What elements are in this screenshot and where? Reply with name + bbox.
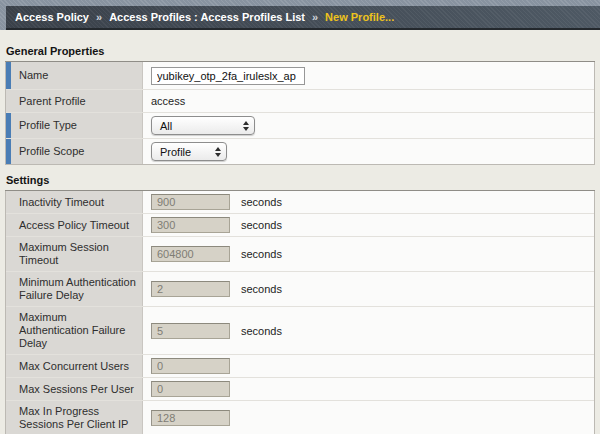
parent-profile-value-cell: access (143, 90, 594, 112)
inactivity-timeout-input (151, 194, 230, 210)
profile-type-select[interactable]: All (151, 116, 255, 135)
minimum-authentication-failure-delay-label: Minimum Authentication Failure Delay (19, 276, 136, 302)
breadcrumb: Access Policy » Access Profiles : Access… (6, 6, 600, 30)
max-in-progress-sessions-per-client-ip-label-cell: Max In Progress Sessions Per Client IP (6, 401, 143, 434)
profile-scope-select[interactable]: Profile (151, 142, 227, 161)
profile-scope-row: Profile ScopeProfile (6, 139, 594, 164)
maximum-session-timeout-value-cell: seconds (143, 237, 594, 271)
profile-scope-value-cell: Profile (143, 139, 594, 164)
profile-type-selected-value: All (160, 120, 172, 132)
max-sessions-per-user-label-cell: Max Sessions Per User (6, 378, 143, 400)
name-label-cell: Name (6, 62, 143, 89)
minimum-authentication-failure-delay-input (151, 281, 230, 297)
max-concurrent-users-label: Max Concurrent Users (19, 360, 129, 373)
profile-type-row: Profile TypeAll (6, 113, 594, 139)
max-in-progress-sessions-per-client-ip-input (151, 410, 230, 426)
inactivity-timeout-label: Inactivity Timeout (19, 196, 104, 209)
profile-scope-selected-value: Profile (160, 146, 191, 158)
access-policy-timeout-row: Access Policy Timeoutseconds (6, 214, 594, 237)
required-accent-bar (6, 139, 11, 164)
maximum-authentication-failure-delay-unit-label: seconds (241, 325, 282, 337)
breadcrumb-item-access-policy[interactable]: Access Policy (15, 11, 89, 23)
access-policy-timeout-unit-label: seconds (241, 219, 282, 231)
parent-profile-row: Parent Profileaccess (6, 90, 594, 113)
section-general-properties: General PropertiesNameParent Profileacce… (5, 45, 595, 165)
form-content: General PropertiesNameParent Profileacce… (0, 45, 600, 434)
section-settings: SettingsInactivity TimeoutsecondsAccess … (5, 174, 595, 434)
required-accent-bar (6, 113, 11, 138)
header-bar: Access Policy » Access Profiles : Access… (0, 0, 600, 30)
max-in-progress-sessions-per-client-ip-row: Max In Progress Sessions Per Client IP (6, 401, 594, 434)
inactivity-timeout-row: Inactivity Timeoutseconds (6, 191, 594, 214)
profile-scope-label: Profile Scope (19, 145, 84, 158)
max-concurrent-users-input (151, 358, 230, 374)
max-concurrent-users-label-cell: Max Concurrent Users (6, 355, 143, 377)
inactivity-timeout-value-cell: seconds (143, 191, 594, 213)
minimum-authentication-failure-delay-row: Minimum Authentication Failure Delayseco… (6, 272, 594, 307)
settings-table: NameParent ProfileaccessProfile TypeAllP… (5, 62, 595, 165)
breadcrumb-item-new-profile: New Profile... (325, 11, 394, 23)
access-policy-timeout-value-cell: seconds (143, 214, 594, 236)
maximum-session-timeout-label-cell: Maximum Session Timeout (6, 237, 143, 271)
maximum-session-timeout-row: Maximum Session Timeoutseconds (6, 237, 594, 272)
max-concurrent-users-row: Max Concurrent Users (6, 355, 594, 378)
maximum-authentication-failure-delay-label-cell: Maximum Authentication Failure Delay (6, 307, 143, 354)
section-title: General Properties (5, 45, 595, 62)
required-accent-bar (6, 62, 11, 89)
max-sessions-per-user-label: Max Sessions Per User (19, 383, 134, 396)
settings-table: Inactivity TimeoutsecondsAccess Policy T… (5, 191, 595, 434)
maximum-session-timeout-label: Maximum Session Timeout (19, 241, 136, 267)
breadcrumb-item-access-profiles-list[interactable]: Access Profiles : Access Profiles List (109, 11, 305, 23)
inactivity-timeout-label-cell: Inactivity Timeout (6, 191, 143, 213)
maximum-session-timeout-unit-label: seconds (241, 248, 282, 260)
maximum-session-timeout-input (151, 246, 230, 262)
parent-profile-label-cell: Parent Profile (6, 90, 143, 112)
name-input[interactable] (151, 67, 305, 85)
select-stepper-arrows-icon (215, 147, 221, 157)
breadcrumb-separator-icon: » (312, 11, 318, 23)
max-sessions-per-user-input (151, 381, 230, 397)
max-in-progress-sessions-per-client-ip-value-cell (143, 401, 594, 434)
select-stepper-arrows-icon (243, 121, 249, 131)
profile-type-value-cell: All (143, 113, 594, 138)
breadcrumb-separator-icon: » (96, 11, 102, 23)
profile-scope-label-cell: Profile Scope (6, 139, 143, 164)
max-concurrent-users-value-cell (143, 355, 594, 377)
maximum-authentication-failure-delay-input (151, 323, 230, 339)
section-title: Settings (5, 174, 595, 191)
name-value-cell (143, 62, 594, 89)
profile-type-label-cell: Profile Type (6, 113, 143, 138)
maximum-authentication-failure-delay-value-cell: seconds (143, 307, 594, 354)
maximum-authentication-failure-delay-label: Maximum Authentication Failure Delay (19, 311, 136, 350)
profile-type-label: Profile Type (19, 119, 77, 132)
minimum-authentication-failure-delay-unit-label: seconds (241, 283, 282, 295)
name-label: Name (19, 69, 48, 82)
parent-profile-value: access (151, 95, 185, 107)
max-sessions-per-user-value-cell (143, 378, 594, 400)
access-policy-timeout-label-cell: Access Policy Timeout (6, 214, 143, 236)
minimum-authentication-failure-delay-label-cell: Minimum Authentication Failure Delay (6, 272, 143, 306)
minimum-authentication-failure-delay-value-cell: seconds (143, 272, 594, 306)
parent-profile-label: Parent Profile (19, 95, 86, 108)
max-in-progress-sessions-per-client-ip-label: Max In Progress Sessions Per Client IP (19, 405, 136, 431)
access-policy-timeout-input (151, 217, 230, 233)
maximum-authentication-failure-delay-row: Maximum Authentication Failure Delayseco… (6, 307, 594, 355)
inactivity-timeout-unit-label: seconds (241, 196, 282, 208)
name-row: Name (6, 62, 594, 90)
access-policy-timeout-label: Access Policy Timeout (19, 219, 129, 232)
max-sessions-per-user-row: Max Sessions Per User (6, 378, 594, 401)
